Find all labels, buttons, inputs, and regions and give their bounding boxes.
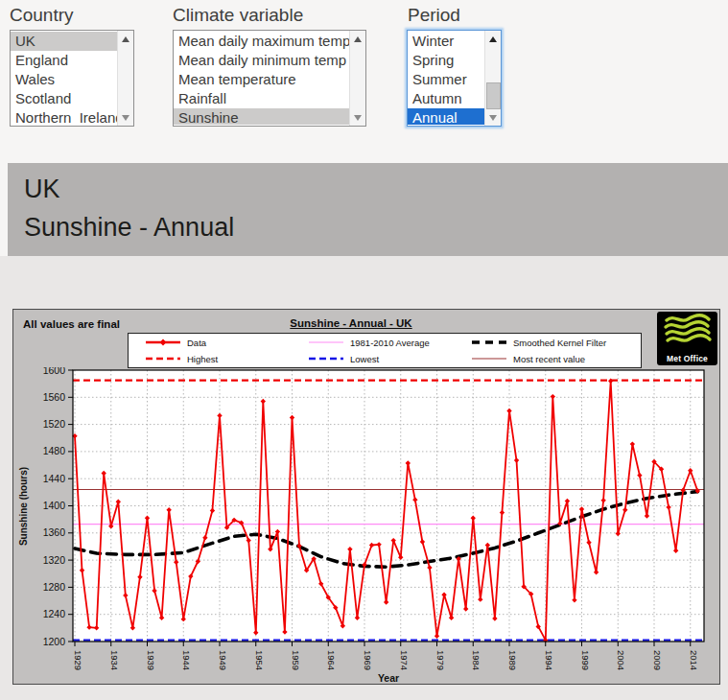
svg-text:Year: Year (378, 672, 399, 684)
svg-text:1979: 1979 (435, 650, 446, 670)
svg-text:1944: 1944 (181, 650, 192, 670)
svg-text:1989: 1989 (507, 650, 518, 670)
svg-text:Sunshine (hours): Sunshine (hours) (18, 467, 29, 546)
option-spring[interactable]: Spring (408, 51, 484, 70)
up-arrow-icon (354, 36, 362, 42)
met-office-logo: Met Office (657, 312, 717, 365)
option-autumn[interactable]: Autumn (408, 89, 484, 108)
svg-text:2009: 2009 (652, 650, 663, 670)
svg-text:1999: 1999 (580, 650, 591, 670)
legend-label: Highest (187, 354, 218, 364)
scroll-up-button[interactable] (350, 32, 365, 46)
sunshine-chart-widget: All values are final Sunshine - Annual -… (12, 309, 720, 685)
option-scotland[interactable]: Scotland (11, 89, 117, 108)
svg-text:1954: 1954 (254, 650, 265, 670)
svg-text:1974: 1974 (399, 650, 410, 670)
climate-variable-listbox[interactable]: Mean daily maximum tempMean daily minimu… (173, 30, 366, 127)
period-label: Period (408, 5, 460, 26)
option-winter[interactable]: Winter (408, 32, 484, 51)
legend-item-1981-2010-average: 1981-2010 Average (307, 337, 430, 348)
selection-header-band: UK Sunshine - Annual (8, 163, 728, 256)
scrollbar-thumb[interactable] (486, 82, 501, 109)
svg-text:1560: 1560 (43, 391, 66, 403)
met-office-waves-icon (657, 312, 717, 352)
option-rainfall[interactable]: Rainfall (174, 89, 349, 108)
country-label: Country (10, 5, 74, 26)
svg-text:1480: 1480 (43, 445, 66, 456)
svg-text:1969: 1969 (363, 650, 373, 670)
svg-text:1240: 1240 (43, 608, 66, 619)
scroll-down-button[interactable] (485, 110, 501, 125)
option-annual[interactable]: Annual (408, 108, 484, 125)
legend-label: Most recent value (513, 354, 585, 364)
status-note: All values are final (23, 318, 120, 330)
svg-text:2014: 2014 (689, 650, 699, 670)
option-england[interactable]: England (11, 51, 117, 70)
legend-label: Lowest (350, 354, 379, 364)
sunshine-time-series-plot: 1200124012801320136014001440148015201560… (13, 367, 721, 689)
option-summer[interactable]: Summer (408, 70, 484, 89)
scroll-down-button[interactable] (350, 110, 365, 125)
period-listbox[interactable]: WinterSpringSummerAutumnAnnual (407, 30, 502, 127)
option-wales[interactable]: Wales (11, 70, 117, 89)
option-northern-ireland[interactable]: Northern_Ireland (11, 108, 117, 125)
svg-text:2004: 2004 (616, 650, 626, 670)
legend-label: Data (187, 338, 206, 348)
up-arrow-icon (489, 36, 497, 42)
chart-legend: Data1981-2010 AverageSmoothed Kernel Fil… (128, 333, 642, 368)
svg-text:1934: 1934 (109, 650, 120, 670)
climate-variable-label: Climate variable (173, 5, 303, 26)
legend-label: 1981-2010 Average (350, 338, 430, 348)
svg-text:1400: 1400 (43, 500, 66, 511)
svg-text:1520: 1520 (43, 418, 66, 430)
country-listbox[interactable]: UKEnglandWalesScotlandNorthern_Ireland (10, 30, 134, 127)
svg-text:1200: 1200 (43, 636, 66, 647)
period-scrollbar[interactable] (484, 31, 501, 126)
legend-item-smoothed-kernel-filter: Smoothed Kernel Filter (470, 337, 606, 348)
svg-text:1959: 1959 (291, 650, 301, 670)
down-arrow-icon (122, 115, 129, 121)
svg-text:1949: 1949 (218, 650, 228, 670)
legend-item-highest: Highest (144, 353, 218, 364)
svg-text:1600: 1600 (43, 367, 66, 376)
legend-item-lowest: Lowest (307, 353, 379, 364)
page: Country UKEnglandWalesScotlandNorthern_I… (0, 0, 728, 700)
option-mean-temperature[interactable]: Mean temperature (174, 70, 349, 89)
scroll-down-button[interactable] (118, 110, 133, 125)
header-variable-period: Sunshine - Annual (24, 208, 728, 246)
up-arrow-icon (122, 36, 129, 42)
header-country: UK (24, 170, 728, 208)
scroll-up-button[interactable] (118, 32, 133, 46)
option-sunshine[interactable]: Sunshine (174, 108, 349, 125)
down-arrow-icon (354, 115, 362, 121)
met-office-logo-text: Met Office (657, 354, 717, 363)
legend-item-data: Data (144, 337, 206, 348)
option-mean-daily-minimum-temp[interactable]: Mean daily minimum temp (174, 51, 349, 70)
svg-text:1280: 1280 (43, 581, 66, 593)
svg-text:1984: 1984 (471, 650, 481, 670)
svg-text:1440: 1440 (43, 473, 66, 484)
svg-text:1929: 1929 (73, 650, 83, 670)
legend-item-most-recent-value: Most recent value (470, 353, 585, 364)
legend-label: Smoothed Kernel Filter (513, 338, 606, 348)
svg-text:1964: 1964 (326, 650, 337, 670)
country-scrollbar[interactable] (117, 31, 133, 126)
svg-text:1360: 1360 (43, 526, 66, 538)
svg-text:1994: 1994 (544, 650, 554, 670)
option-mean-daily-maximum-temp[interactable]: Mean daily maximum temp (174, 32, 349, 51)
scroll-up-button[interactable] (485, 32, 501, 46)
svg-text:1320: 1320 (43, 554, 66, 566)
option-uk[interactable]: UK (11, 32, 117, 51)
down-arrow-icon (489, 115, 497, 121)
svg-text:1939: 1939 (146, 650, 156, 670)
chart-title: Sunshine - Annual - UK (241, 317, 461, 329)
climate-variable-scrollbar[interactable] (349, 31, 365, 126)
